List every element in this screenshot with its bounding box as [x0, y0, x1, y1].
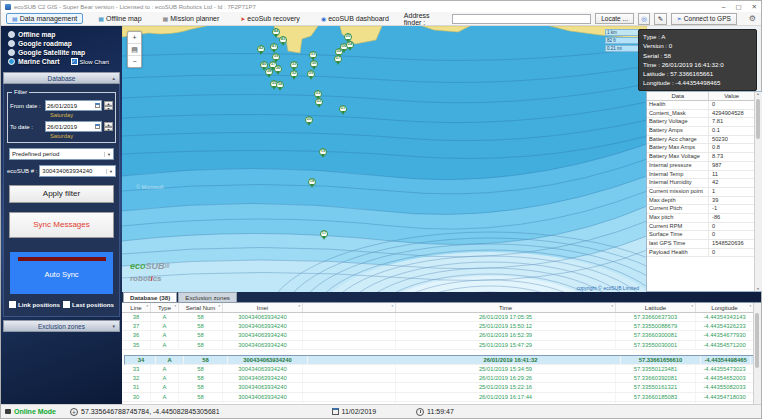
edit-button[interactable]: ✎ [654, 13, 666, 25]
zoom-in-button[interactable]: + [128, 32, 141, 44]
from-date-stepper[interactable]: ▲▼ [104, 101, 113, 110]
column-filter-icon[interactable]: ▼ [691, 304, 694, 308]
tab-ecosub-dashboard[interactable]: ◉ ecoSUB dashboard [315, 13, 395, 24]
apply-filter-button[interactable]: Apply filter [9, 185, 114, 203]
telemetry-row[interactable]: Internal Humidity42 [647, 179, 754, 188]
telemetry-row[interactable]: Max pitch-86 [647, 214, 754, 223]
log-row[interactable]: 32A5830043406393424026/01/2019 16:29:265… [122, 374, 761, 383]
log-column-header[interactable]: ▼ [303, 303, 396, 312]
map-marker[interactable]: 33 [290, 61, 298, 69]
column-filter-icon[interactable]: ▼ [611, 304, 614, 308]
telemetry-scrollbar[interactable]: ▲ ▼ [754, 92, 762, 291]
zoom-out-button[interactable]: − [128, 56, 141, 67]
minimize-button[interactable]: – [722, 3, 726, 11]
telemetry-row[interactable]: Payload Health0 [647, 249, 754, 258]
telemetry-row[interactable]: Battery Acc charge50230 [647, 136, 754, 145]
radio-offline-map[interactable]: Offline map [8, 31, 118, 38]
center-map-button[interactable]: ◎ [638, 13, 650, 25]
to-date-input[interactable]: 26/01/2019 [45, 121, 102, 132]
column-filter-icon[interactable]: ▼ [218, 304, 221, 308]
last-positions-checkbox[interactable]: Last positions [63, 301, 114, 308]
column-filter-icon[interactable]: ▼ [146, 304, 149, 308]
column-filter-icon[interactable]: ▼ [391, 304, 394, 308]
map-marker[interactable]: 44 [272, 28, 280, 36]
link-positions-checkbox[interactable]: Link positions [9, 301, 60, 308]
map-marker[interactable]: 23 [314, 90, 322, 98]
telemetry-row[interactable]: Battery Voltage7.81 [647, 118, 754, 127]
log-row[interactable]: 31A5830043406393424025/01/2019 15:22:165… [122, 383, 761, 392]
tab-data-management[interactable]: ▤ Data management [6, 13, 83, 24]
tab-database[interactable]: Database (38) [123, 292, 177, 302]
log-row[interactable]: 33A5830043406393424025/01/2019 15:34:595… [122, 365, 761, 374]
calendar-icon[interactable] [95, 103, 100, 108]
column-filter-icon[interactable]: ▼ [749, 304, 752, 308]
predefined-period-select[interactable]: Predefined period ▼ [9, 148, 114, 160]
slow-chart-checkbox[interactable]: Slow Chart [71, 58, 109, 65]
log-column-header[interactable]: Latitude▼ [616, 303, 696, 312]
map-marker[interactable]: 25 [344, 33, 352, 41]
address-finder-input[interactable] [452, 14, 591, 24]
log-column-header[interactable]: Imei▼ [223, 303, 303, 312]
tab-mission-planner[interactable]: ▦ Mission planner [157, 13, 226, 24]
map-marker[interactable]: 31 [309, 51, 317, 59]
log-column-header[interactable]: Type▼ [151, 303, 179, 312]
radio-marine-chart[interactable]: Marine Chart Slow Chart [8, 58, 118, 65]
telemetry-row[interactable]: Battery Amps0.1 [647, 127, 754, 136]
ecosub-number-select[interactable]: 300434063934240 ▼ [39, 165, 116, 177]
layers-button[interactable]: ▤ [128, 44, 141, 56]
marine-chart-map[interactable]: + ▤ − 1 km 82 ft 0.21 mi 444342414039383… [122, 26, 647, 292]
telemetry-row[interactable]: Current Pitch-1 [647, 205, 754, 214]
log-column-header[interactable]: Serial Num▼ [179, 303, 223, 312]
auto-sync-button[interactable]: Auto Sync [10, 252, 113, 294]
map-marker[interactable]: 18 [308, 178, 316, 186]
tab-ecosub-recovery[interactable]: ➤ ecoSub recovery [234, 13, 306, 24]
log-column-header[interactable]: Line▼ [122, 303, 151, 312]
maximize-button[interactable]: ▢ [735, 3, 741, 11]
database-panel-header[interactable]: Database ▲ [3, 72, 120, 84]
map-marker[interactable]: 19 [319, 148, 327, 156]
log-row[interactable]: 34A5830043406393424026/01/2019 16:41:325… [124, 355, 759, 365]
map-marker[interactable]: 42 [257, 45, 265, 53]
telemetry-row[interactable]: Current RPM0 [647, 223, 754, 232]
log-row[interactable]: 30A5830043406393424026/01/2019 16:17:445… [122, 393, 761, 402]
log-row[interactable]: 37A5830043406393424025/01/2019 15:50:125… [122, 322, 761, 331]
scrollbar-thumb[interactable] [756, 99, 760, 139]
telemetry-row[interactable]: Content_Mask4294904528 [647, 110, 754, 119]
map-marker[interactable]: 43 [279, 36, 287, 44]
scroll-up-icon[interactable]: ▲ [755, 92, 761, 96]
settings-gear-icon[interactable]: ⚙ [749, 14, 756, 23]
telemetry-column-value[interactable]: Value [709, 92, 754, 100]
exclusion-zones-header[interactable]: Exclusion zones ▼ [3, 320, 120, 332]
map-marker[interactable]: 34 [276, 81, 284, 89]
tab-exclusion-zones[interactable]: Exclusion zones [178, 292, 237, 302]
scrollbar-thumb[interactable] [755, 313, 759, 368]
log-row[interactable]: 38A5830043406393424026/01/2019 17:05:355… [122, 313, 761, 322]
map-marker[interactable]: 27 [334, 55, 342, 63]
map-marker[interactable]: 30 [310, 60, 318, 68]
telemetry-row[interactable]: Health0 [647, 101, 754, 110]
telemetry-row[interactable]: Battery Max Voltage8.73 [647, 153, 754, 162]
map-marker[interactable]: 17 [320, 230, 328, 238]
telemetry-row[interactable]: Internal Temp11 [647, 171, 754, 180]
log-column-header[interactable]: Time▼ [396, 303, 616, 312]
log-column-header[interactable]: Longitude▼ [696, 303, 754, 312]
telemetry-row[interactable]: last GPS Time1548520636 [647, 240, 754, 249]
radio-google-roadmap[interactable]: Google roadmap [8, 40, 118, 47]
close-button[interactable]: ✕ [752, 3, 757, 11]
telemetry-row[interactable]: Surface Time0 [647, 231, 754, 240]
telemetry-row[interactable]: Battery Max Amps0.8 [647, 144, 754, 153]
sync-messages-button[interactable]: Sync Messages [9, 212, 114, 238]
map-marker[interactable]: 21 [339, 105, 347, 113]
column-filter-icon[interactable]: ▼ [174, 304, 177, 308]
tab-offline-map[interactable]: ▦ Offline map [92, 13, 147, 24]
connect-gps-button[interactable]: ➣ Connect to GPS [671, 13, 737, 25]
map-marker[interactable]: 36 [274, 65, 282, 73]
map-marker[interactable]: 29 [307, 70, 315, 78]
telemetry-row[interactable]: Current mission point1 [647, 188, 754, 197]
column-filter-icon[interactable]: ▼ [298, 304, 301, 308]
map-marker[interactable]: 20 [305, 116, 313, 124]
log-row[interactable]: 35A5830043406393424025/01/2019 15:47:295… [122, 341, 761, 350]
locate-button[interactable]: Locate ... [595, 13, 634, 24]
map-marker[interactable]: 22 [315, 98, 323, 106]
log-scrollbar[interactable] [753, 303, 761, 404]
